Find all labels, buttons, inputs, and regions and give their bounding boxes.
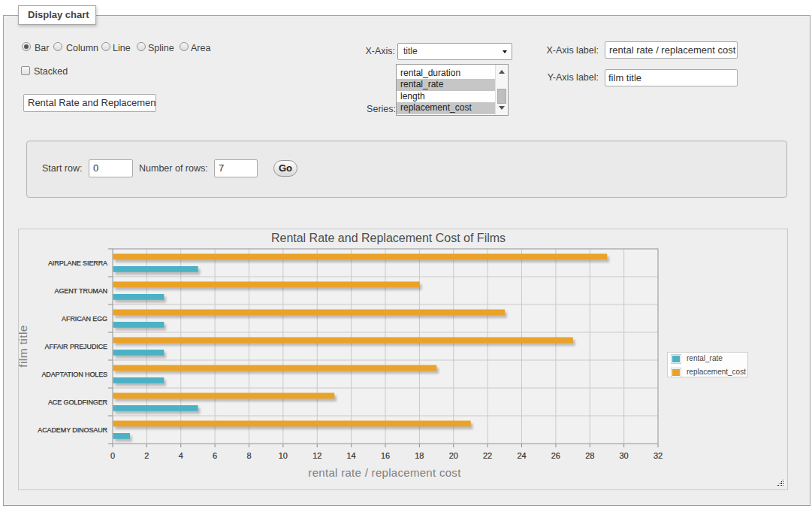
- svg-text:4: 4: [179, 451, 183, 460]
- svg-text:rental rate / replacement cost: rental rate / replacement cost: [308, 466, 461, 479]
- svg-text:26: 26: [551, 451, 560, 460]
- svg-text:16: 16: [381, 451, 390, 460]
- svg-text:30: 30: [620, 451, 629, 460]
- svg-text:20: 20: [449, 451, 458, 460]
- svg-text:12: 12: [312, 451, 321, 460]
- svg-text:8: 8: [246, 451, 251, 460]
- svg-text:2: 2: [144, 451, 149, 460]
- svg-text:6: 6: [213, 451, 217, 460]
- svg-text:AFRICAN EGG: AFRICAN EGG: [62, 315, 107, 323]
- svg-text:22: 22: [483, 451, 492, 460]
- svg-text:film title: film title: [19, 325, 29, 368]
- svg-text:28: 28: [585, 451, 594, 460]
- svg-text:24: 24: [517, 451, 526, 460]
- svg-text:0: 0: [110, 451, 115, 460]
- svg-text:AFFAIR PREJUDICE: AFFAIR PREJUDICE: [45, 343, 108, 350]
- svg-text:ADAPTATION HOLES: ADAPTATION HOLES: [41, 371, 107, 378]
- svg-text:Rental Rate and Replacement Co: Rental Rate and Replacement Cost of Film…: [271, 232, 506, 244]
- svg-text:14: 14: [347, 451, 356, 460]
- svg-text:18: 18: [415, 451, 424, 460]
- svg-text:ACADEMY DINOSAUR: ACADEMY DINOSAUR: [38, 426, 107, 434]
- svg-text:10: 10: [279, 451, 288, 460]
- svg-text:AGENT TRUMAN: AGENT TRUMAN: [55, 287, 107, 295]
- svg-text:32: 32: [654, 451, 663, 460]
- svg-text:ACE GOLDFINGER: ACE GOLDFINGER: [48, 398, 108, 406]
- svg-text:AIRPLANE SIERRA: AIRPLANE SIERRA: [48, 259, 107, 267]
